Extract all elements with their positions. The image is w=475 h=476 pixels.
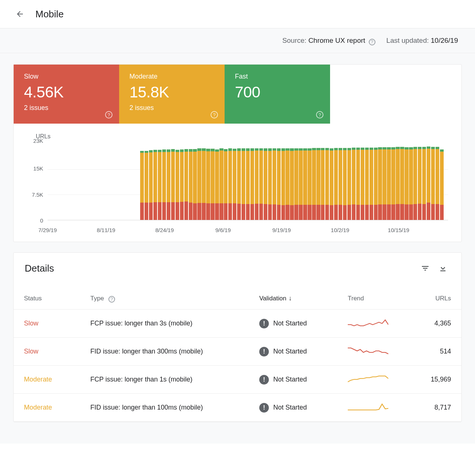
bar xyxy=(211,143,214,220)
bar xyxy=(431,143,435,220)
col-urls[interactable]: URLs xyxy=(414,295,451,302)
summary-tiles: Slow 4.56K 2 issues Moderate 15.8K 2 iss… xyxy=(14,65,461,124)
tile-fast[interactable]: Fast 700 xyxy=(225,65,330,124)
bar xyxy=(61,143,65,220)
bar xyxy=(206,143,210,220)
bar xyxy=(122,143,126,220)
bar xyxy=(273,143,276,220)
sparkline xyxy=(348,403,388,412)
bar xyxy=(356,143,360,220)
help-icon[interactable] xyxy=(105,111,112,118)
table-header: Status Type Validation ↓ Trend URLs xyxy=(14,287,461,310)
bar xyxy=(325,143,329,220)
x-tick: 9/19/19 xyxy=(272,227,291,233)
table-row[interactable]: SlowFCP issue: longer than 3s (mobile)No… xyxy=(14,310,461,338)
bar xyxy=(378,143,382,220)
tile-issues: 2 issues xyxy=(24,104,109,112)
bar xyxy=(303,143,307,220)
help-icon[interactable] xyxy=(108,296,115,303)
trend-cell xyxy=(348,347,414,356)
status-cell: Moderate xyxy=(24,376,90,383)
bar xyxy=(277,143,281,220)
plot[interactable] xyxy=(48,143,448,220)
bar xyxy=(365,143,369,220)
help-icon[interactable] xyxy=(316,111,323,118)
col-status[interactable]: Status xyxy=(24,295,90,302)
back-button[interactable] xyxy=(13,7,27,21)
tile-label: Fast xyxy=(235,73,320,80)
chart-y-axis-title: URLs xyxy=(36,133,448,140)
col-type[interactable]: Type xyxy=(90,295,259,302)
chart: URLs 07.5K15K23K 7/29/198/11/198/24/199/… xyxy=(14,124,461,242)
not-started-icon xyxy=(259,319,269,328)
arrow-left-icon xyxy=(15,10,24,18)
bar xyxy=(259,143,263,220)
y-tick: 7.5K xyxy=(32,191,43,197)
tile-moderate[interactable]: Moderate 15.8K 2 issues xyxy=(119,65,225,124)
col-trend[interactable]: Trend xyxy=(348,295,414,302)
bar xyxy=(370,143,373,220)
bar xyxy=(202,143,205,220)
bar xyxy=(264,143,267,220)
validation-text: Not Started xyxy=(273,376,307,383)
tile-value: 700 xyxy=(235,83,320,101)
bar xyxy=(334,143,338,220)
details-header: Details xyxy=(14,253,461,284)
bar xyxy=(52,143,56,220)
col-type-label: Type xyxy=(90,295,104,302)
bar xyxy=(167,143,170,220)
validation-cell: Not Started xyxy=(259,347,348,356)
filter-icon xyxy=(421,264,430,273)
bar xyxy=(118,143,122,220)
table-row[interactable]: ModerateFID issue: longer than 100ms (mo… xyxy=(14,394,461,422)
bar xyxy=(233,143,236,220)
tile-issues: 2 issues xyxy=(129,104,214,112)
download-icon xyxy=(438,264,447,273)
download-button[interactable] xyxy=(436,261,450,276)
bar xyxy=(427,143,430,220)
chart-card: Slow 4.56K 2 issues Moderate 15.8K 2 iss… xyxy=(13,64,462,242)
tile-slow[interactable]: Slow 4.56K 2 issues xyxy=(14,65,119,124)
x-tick: 7/29/19 xyxy=(38,227,57,233)
bar xyxy=(145,143,148,220)
bar xyxy=(290,143,294,220)
bar xyxy=(347,143,351,220)
bar xyxy=(436,143,439,220)
bar xyxy=(74,143,78,220)
bar xyxy=(339,143,342,220)
bar xyxy=(285,143,289,220)
updated-label: Last updated: xyxy=(386,37,429,44)
table-row[interactable]: SlowFID issue: longer than 300ms (mobile… xyxy=(14,338,461,366)
help-icon[interactable] xyxy=(211,111,218,118)
content: Slow 4.56K 2 issues Moderate 15.8K 2 iss… xyxy=(0,53,475,444)
col-validation[interactable]: Validation ↓ xyxy=(259,294,348,302)
bar xyxy=(312,143,316,220)
filter-button[interactable] xyxy=(418,261,433,276)
table-row[interactable]: ModerateFCP issue: longer than 1s (mobil… xyxy=(14,366,461,394)
meta-bar: Source: Chrome UX report Last updated: 1… xyxy=(0,28,475,53)
tile-label: Moderate xyxy=(129,73,214,80)
bar xyxy=(228,143,232,220)
bar xyxy=(87,143,91,220)
help-icon[interactable] xyxy=(369,39,375,45)
bar xyxy=(409,143,413,220)
updated-value: 10/26/19 xyxy=(431,37,458,44)
not-started-icon xyxy=(259,403,269,413)
type-cell: FCP issue: longer than 1s (mobile) xyxy=(90,376,259,383)
sparkline xyxy=(348,375,388,384)
validation-cell: Not Started xyxy=(259,375,348,384)
bar xyxy=(184,143,188,220)
bar xyxy=(219,143,223,220)
bar xyxy=(413,143,417,220)
bar xyxy=(294,143,298,220)
trend-cell xyxy=(348,319,414,328)
bar xyxy=(140,143,144,220)
bar xyxy=(189,143,193,220)
bar xyxy=(176,143,179,220)
bar xyxy=(105,143,108,220)
bar xyxy=(374,143,378,220)
validation-cell: Not Started xyxy=(259,319,348,328)
bar xyxy=(352,143,356,220)
source-value: Chrome UX report xyxy=(308,37,365,44)
bar xyxy=(136,143,139,220)
